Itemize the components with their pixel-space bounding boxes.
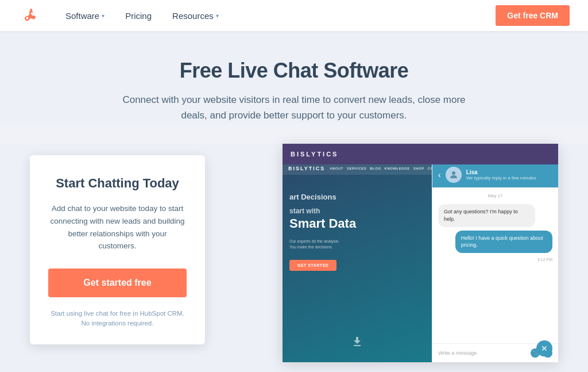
site-nav-about: ABOUT [330,167,343,170]
logo[interactable] [18,5,39,26]
hero-title: Free Live Chat Software [18,59,570,83]
site-nav-shop: SHOP [413,167,424,170]
pricing-nav-item[interactable]: Pricing [115,0,162,31]
get-free-crm-button[interactable]: Get free CRM [496,5,570,26]
resources-chevron-icon: ▾ [216,13,219,19]
browser-content: BISLYTICS ABOUT SERVICES BLOG KNOWLEDGE … [283,162,558,362]
hubspot-icon [18,5,39,26]
site-nav-blog: BLOG [370,167,381,170]
mockup-section: BISLYTICS BISLYTICS ABOUT SERVICES BLOG … [0,144,588,372]
chat-panel: ‹ Lisa We typically reply in a few minut… [432,162,558,362]
site-nav-items: ABOUT SERVICES BLOG KNOWLEDGE SHOP CONTA… [330,167,432,170]
nav-links: Software ▾ Pricing Resources ▾ [55,0,496,31]
resources-nav-item[interactable]: Resources ▾ [162,0,229,31]
cta-card-note: Start using live chat for free in HubSpo… [48,309,187,329]
site-nav-services: SERVICES [347,167,366,170]
download-icon [350,335,364,351]
chat-agent-name: Lisa [466,169,536,175]
software-label: Software [65,11,99,21]
site-hero-title: art Decisions start with Smart Data [289,189,425,231]
purple-banner: BISLYTICS [283,144,558,164]
chat-time: 4:12 PM [438,258,552,262]
chat-input-placeholder: Write a message [438,350,526,356]
site-hero-subtitle: Our experts do the analysis.You make the… [289,239,425,251]
resources-label: Resources [172,11,214,21]
site-left-panel: BISLYTICS ABOUT SERVICES BLOG KNOWLEDGE … [283,162,432,362]
chat-avatar [446,167,462,183]
chat-date: May 17 [438,193,552,198]
chat-back-arrow-icon: ‹ [438,170,441,179]
chat-agent-status: We typically reply in a few minutes [466,175,536,181]
browser-window: BISLYTICS ABOUT SERVICES BLOG KNOWLEDGE … [283,144,558,362]
navbar: Software ▾ Pricing Resources ▾ Get free … [0,0,588,31]
software-chevron-icon: ▾ [102,13,105,19]
cta-card-title: Start Chatting Today [48,176,187,191]
site-nav-contact: CONTACT [428,167,432,170]
site-get-started-button[interactable]: GET STARTED [289,260,336,271]
svg-point-0 [452,171,455,175]
hero-section: Free Live Chat Software Connect with you… [0,31,588,123]
chat-messages: May 17 Got any questions? I'm happy to h… [432,187,558,343]
hero-subtitle: Connect with your website visitors in re… [116,92,472,123]
site-header-logo: BISLYTICS [288,166,325,171]
site-nav-knowledge: KNOWLEDGE [385,167,410,170]
get-started-free-button[interactable]: Get started free [48,269,187,297]
site-logo-text: BISLYTICS [291,151,338,158]
chat-header: ‹ Lisa We typically reply in a few minut… [432,162,558,187]
chat-bubble-agent: Got any questions? I'm happy to help. [438,204,535,227]
chat-agent-info: Lisa We typically reply in a few minutes [466,169,536,181]
chat-agent-message: Got any questions? I'm happy to help. [444,209,518,222]
pricing-label: Pricing [125,11,152,21]
software-nav-item[interactable]: Software ▾ [55,0,115,31]
chat-user-message: Hello! I have a quick question about pri… [461,235,543,248]
cta-card-description: Add chat to your website today to start … [48,202,187,252]
cta-card: Start Chatting Today Add chat to your we… [30,155,205,344]
chat-bubble-user: Hello! I have a quick question about pri… [455,231,552,253]
site-hero-content: art Decisions start with Smart Data Our … [283,175,432,277]
